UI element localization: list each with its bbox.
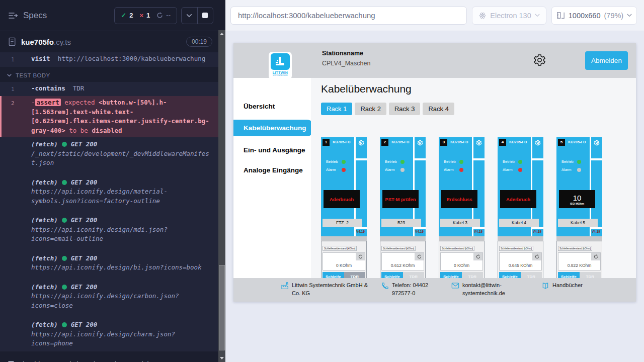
tdr-button[interactable]: TDR <box>403 272 425 278</box>
browser-select[interactable]: Electron 130 <box>472 7 546 25</box>
measurement-panel: Schleifenwiderstand [kOhm] 0 KOhm Schlei… <box>439 241 485 278</box>
tab-rack-3[interactable]: Rack 3 <box>389 103 420 115</box>
tdr-button[interactable]: TDR <box>344 272 366 278</box>
tab-rack-2[interactable]: Rack 2 <box>355 103 386 115</box>
tdr-button[interactable]: TDR <box>462 272 484 278</box>
viewport-size-select[interactable]: 1000x660 (79%) <box>551 7 637 25</box>
fetch-log[interactable]: (fetch)GET 200 https://api.iconify.desig… <box>0 175 218 209</box>
betrieb-led <box>459 160 463 164</box>
module-gear-icon[interactable] <box>594 140 600 146</box>
fetch-log[interactable]: (fetch)GET 200 https://api.iconify.desig… <box>0 280 218 314</box>
slot-number: 5 <box>558 139 565 146</box>
sidebar-item-kabelueberwachung[interactable]: Kabelüberwachung <box>233 120 315 136</box>
status-dot-icon <box>62 322 67 327</box>
module-model: KÜ705-FO <box>389 140 412 144</box>
command-contains[interactable]: 1 -contains TDR <box>0 82 218 97</box>
schleife-button[interactable]: Schleife <box>323 272 344 278</box>
spec-duration-badge: 00:19 <box>186 37 212 47</box>
app-sidebar: Übersicht Kabelüberwachung Ein- und Ausg… <box>233 78 311 278</box>
assert-expected: expected <box>64 99 95 106</box>
schleife-button[interactable]: Schleife <box>558 272 580 278</box>
measurement-label: Schleifenwiderstand [kOhm] <box>381 246 416 251</box>
stat-passed: ✓ 2 <box>121 12 133 19</box>
browser-name: Electron 130 <box>490 12 531 20</box>
littwin-logo: LITTWIN SYSTEMTECHNIK <box>269 52 292 79</box>
assert-method: assert <box>35 99 61 106</box>
email-icon <box>451 282 459 302</box>
app-header: LITTWIN SYSTEMTECHNIK Stationsname CPLV4… <box>233 43 636 78</box>
refresh-icon[interactable] <box>591 253 600 260</box>
firmware-version: V4.19 <box>356 230 365 233</box>
tab-rack-4[interactable]: Rack 4 <box>423 103 454 115</box>
fetch-log[interactable]: (fetch)GET 200 https://api.iconify.desig… <box>0 318 218 351</box>
module-gear-icon[interactable] <box>535 140 541 146</box>
sidebar-item-ein-und-ausgaenge[interactable]: Ein- und Ausgänge <box>233 142 311 158</box>
command-visit[interactable]: 1 visit http://localhost:3000/kabelueber… <box>0 52 218 67</box>
fetch-log[interactable]: (fetch)GET 200 https://api.iconify.desig… <box>0 251 218 276</box>
schleife-button[interactable]: Schleife <box>381 272 403 278</box>
schleife-button[interactable]: Schleife <box>440 272 462 278</box>
spec-file-icon <box>8 37 16 46</box>
measurement-panel: Schleifenwiderstand [kOhm] 0 KOhm Schlei… <box>321 241 367 278</box>
sidebar-item-uebersicht[interactable]: Übersicht <box>233 98 311 115</box>
measurement-value: 0.645 KOhm <box>500 263 541 268</box>
command-method: visit <box>31 55 50 62</box>
tab-rack-1[interactable]: Rack 1 <box>321 103 352 115</box>
footer-manuals-link[interactable]: Handbücher <box>541 282 583 302</box>
stop-button[interactable] <box>197 8 213 24</box>
schleife-button[interactable]: Schleife <box>499 272 521 278</box>
scrollbar-thumb[interactable] <box>219 265 225 350</box>
firmware-version: V4.19 <box>474 230 482 233</box>
module-gear-icon[interactable] <box>358 140 364 146</box>
refresh-icon[interactable] <box>473 253 482 260</box>
spec-ext: .cy.ts <box>54 38 71 46</box>
command-assert-failed[interactable]: 2 -assert expected <button.w-[50%].h-[1.… <box>0 96 218 137</box>
tdr-button[interactable]: TDR <box>521 272 542 278</box>
footer-company: Littwin Systemtechnik GmbH & Co. KG <box>281 282 368 302</box>
measurement-label: Schleifenwiderstand [kOhm] <box>440 246 474 251</box>
measurement-label: Schleifenwiderstand [kOhm] <box>499 246 533 251</box>
cypress-runner: Specs ✓ 2 × 1 -- <box>0 0 644 362</box>
status-dot-icon <box>62 218 67 223</box>
module-gear-icon[interactable] <box>417 140 423 146</box>
refresh-icon[interactable] <box>415 253 424 260</box>
spec-file-row[interactable]: kue705fo.cy.ts 00:19 <box>0 31 218 52</box>
logout-button[interactable]: Abmelden <box>585 51 628 70</box>
scroll-down-icon[interactable] <box>220 357 224 359</box>
module-card-5: 5 KÜ705-FO Betrieb Alarm 10 ISO MOhm <box>556 137 602 278</box>
app-under-test: LITTWIN SYSTEMTECHNIK Stationsname CPLV4… <box>233 43 636 302</box>
betrieb-led <box>400 160 405 164</box>
test-body-header[interactable]: TEST BODY <box>0 67 218 82</box>
url-input[interactable] <box>230 7 467 25</box>
fetch-log[interactable]: (fetch)GET 200 https://api.iconify.desig… <box>0 213 218 247</box>
fetch-url: /_next/static/development/_devMiddleware… <box>31 149 211 168</box>
reporter-scrollbar[interactable] <box>218 30 225 362</box>
measurement-value-box: 0.822 KOhm <box>558 252 601 270</box>
specs-toggle-button[interactable]: Specs <box>8 11 47 21</box>
scroll-up-icon[interactable] <box>220 33 224 35</box>
run-controls <box>181 7 213 24</box>
collapse-button[interactable] <box>182 8 197 24</box>
module-cards: 1 KÜ705-FO Betrieb Alarm Aderbruch <box>321 137 636 278</box>
page-title: Kabelüberwachung <box>321 83 636 95</box>
sidebar-item-analoge-eingaenge[interactable]: Analoge Eingänge <box>233 162 311 178</box>
betrieb-led <box>577 160 581 164</box>
refresh-icon[interactable] <box>356 253 365 260</box>
logo-subtitle: SYSTEMTECHNIK <box>269 74 292 76</box>
measurement-value-box: 0 KOhm <box>323 252 365 270</box>
status-display: Aderbruch <box>500 190 536 208</box>
fetch-url: https://api.iconify.design/material-symb… <box>31 187 211 206</box>
next-test-row[interactable]: should open and close the settings modal <box>0 356 218 362</box>
refresh-icon[interactable] <box>532 253 541 260</box>
chevron-down-icon <box>627 14 632 17</box>
measurement-value: 0.612 KOhm <box>382 263 424 268</box>
status-dot-icon <box>62 180 67 185</box>
fetch-url: https://api.iconify.design/bi.json?icons… <box>31 263 211 273</box>
tdr-button[interactable]: TDR <box>580 272 601 278</box>
stop-icon <box>202 13 208 18</box>
cable-label: FTZ_2 <box>323 219 362 227</box>
assert-to-be: to be <box>69 127 88 134</box>
module-gear-icon[interactable] <box>476 140 482 146</box>
settings-gear-icon[interactable] <box>533 53 546 67</box>
fetch-log[interactable]: (fetch)GET 200 /_next/static/development… <box>0 137 218 171</box>
